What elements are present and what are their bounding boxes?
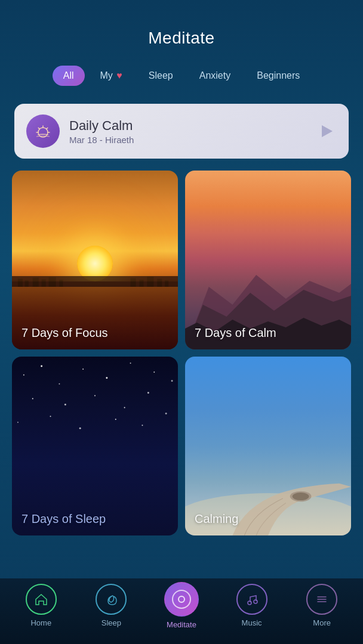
svg-point-34 (165, 413, 167, 414)
meditate-icon-circle (164, 582, 199, 617)
svg-point-27 (124, 407, 125, 408)
nav-music-label: Music (242, 618, 262, 627)
card-sleep-label: 7 Days of Sleep (21, 512, 168, 526)
nav-music[interactable]: Music (231, 584, 273, 627)
svg-rect-3 (25, 280, 29, 287)
svg-point-24 (32, 398, 33, 400)
nav-more[interactable]: More (301, 584, 343, 627)
svg-point-31 (79, 428, 81, 429)
home-icon-circle (26, 584, 57, 615)
svg-point-38 (248, 601, 251, 605)
filter-tab-anxiety[interactable]: Anxiety (189, 66, 241, 86)
meditate-dot (178, 596, 185, 603)
svg-point-18 (59, 383, 60, 385)
svg-point-26 (94, 395, 96, 397)
svg-point-25 (64, 404, 66, 405)
svg-point-22 (153, 371, 155, 373)
card-calming-label: Calming (195, 512, 342, 526)
daily-calm-card[interactable]: Daily Calm Mar 18 - Hiraeth (14, 104, 349, 159)
meditate-inner-circle (172, 590, 191, 609)
filter-tab-my[interactable]: My ♥ (90, 66, 133, 86)
card-sleep[interactable]: 7 Days of Sleep (12, 357, 178, 535)
nav-home[interactable]: Home (20, 584, 62, 627)
nav-more-label: More (313, 618, 331, 627)
nav-sleep-label: Sleep (101, 618, 121, 627)
music-icon-circle (236, 584, 267, 615)
card-focus[interactable]: 7 Days of Focus (12, 171, 178, 349)
nav-sleep[interactable]: Sleep (90, 584, 132, 627)
play-button[interactable] (315, 120, 337, 142)
svg-point-29 (17, 422, 19, 423)
daily-calm-info: Daily Calm Mar 18 - Hiraeth (69, 118, 306, 145)
svg-rect-4 (33, 278, 39, 287)
cards-grid: 7 Days of Focus 7 Days of Calm (0, 171, 363, 535)
svg-point-19 (82, 369, 84, 370)
svg-rect-8 (131, 278, 136, 287)
daily-calm-subtitle: Mar 18 - Hiraeth (69, 135, 306, 145)
svg-point-17 (41, 365, 42, 367)
svg-rect-10 (147, 277, 153, 287)
nav-meditate[interactable]: Meditate (161, 582, 202, 629)
stars (12, 357, 178, 535)
svg-rect-11 (157, 279, 162, 287)
svg-point-39 (254, 600, 257, 603)
svg-point-20 (106, 377, 107, 379)
svg-point-21 (130, 363, 131, 364)
svg-rect-7 (59, 280, 63, 287)
svg-point-37 (293, 493, 309, 500)
horizon-element (12, 276, 178, 287)
more-icon-circle (306, 584, 337, 615)
daily-calm-title: Daily Calm (69, 118, 306, 134)
svg-rect-6 (49, 277, 56, 287)
svg-rect-12 (165, 280, 168, 287)
svg-point-33 (141, 425, 143, 426)
filter-tab-all[interactable]: All (53, 66, 85, 86)
play-icon (322, 125, 333, 137)
svg-point-28 (147, 392, 149, 394)
nav-meditate-label: Meditate (167, 620, 196, 629)
card-calm-label: 7 Days of Calm (195, 326, 342, 340)
svg-rect-5 (42, 279, 46, 287)
filter-tab-sleep[interactable]: Sleep (138, 66, 184, 86)
svg-point-32 (115, 419, 116, 420)
sleep-icon-circle (96, 584, 127, 615)
daily-calm-icon (26, 114, 60, 148)
bottom-nav: Home Sleep Meditate Music (0, 578, 363, 644)
card-calming[interactable]: Calming (185, 357, 351, 535)
nav-home-label: Home (30, 618, 51, 627)
svg-rect-2 (18, 279, 23, 287)
page-title: Meditate (148, 29, 214, 47)
svg-point-30 (50, 416, 51, 417)
svg-point-16 (23, 374, 24, 376)
card-calm[interactable]: 7 Days of Calm (185, 171, 351, 349)
header: Meditate (0, 0, 363, 60)
svg-point-23 (171, 380, 173, 382)
card-focus-label: 7 Days of Focus (21, 326, 168, 340)
svg-rect-9 (139, 280, 143, 287)
filter-tabs: All My ♥ Sleep Anxiety Beginners (0, 60, 363, 98)
filter-tab-beginners[interactable]: Beginners (246, 66, 310, 86)
